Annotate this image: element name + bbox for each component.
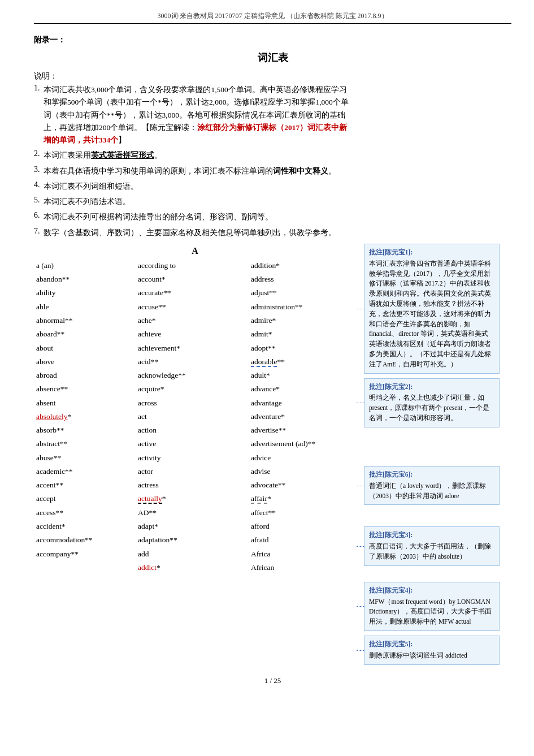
word-address: address xyxy=(249,273,350,286)
word-across: across xyxy=(136,397,249,409)
item1-text: 本词汇表共收3,000个单词，含义务段要求掌握的1,500个单词。高中英语必修课… xyxy=(44,84,350,146)
annotation-5: 批注[陈元宝5]: 删除原课标中该词派生词 addicted xyxy=(364,636,500,665)
ann3-text: 高度口语词，大大多于书面用法，（删除了原课标（2003）中的 absolute） xyxy=(369,542,494,562)
annotation-3: 批注[陈元宝3]: 高度口语词，大大多于书面用法，（删除了原课标（2003）中的… xyxy=(364,526,500,565)
word-actor: actor xyxy=(136,465,249,478)
word-achievement: achievement* xyxy=(136,342,249,355)
word-africa: Africa xyxy=(249,548,350,560)
highlight-text: 涂红部分为新修订课标（2017）词汇表中新增的单词，共计334个 xyxy=(44,123,347,144)
word-absolutely: absolutely* xyxy=(34,411,136,423)
word-accurate: accurate** xyxy=(136,287,249,299)
word-acknowledge: acknowledge** xyxy=(136,369,249,382)
word-absent: absent xyxy=(34,397,136,409)
word-abroad: abroad xyxy=(34,369,136,382)
word-adapt: adapt* xyxy=(136,520,249,533)
ann6-text: 普通词汇（a lovely word），删除原课标（2003）中的非常用动词 a… xyxy=(369,481,494,502)
appendix-label: 附录一： xyxy=(34,35,511,45)
word-ache: ache* xyxy=(136,314,249,327)
word-administration: administration** xyxy=(249,301,350,313)
word-aboard: aboard** xyxy=(34,328,136,340)
word-afraid: afraid xyxy=(249,534,350,546)
word-access: access** xyxy=(34,507,136,519)
header: 3000词·来自教材局 20170707 定稿指导意见 （山东省教科院 陈元宝 … xyxy=(34,11,511,24)
word-achieve: achieve xyxy=(136,328,249,340)
ann1-text: 本词汇表京津鲁四省市普通高中英语学科教学指导意见（2017），几乎全文采用新修订… xyxy=(369,259,494,370)
ann1-title: 批注[陈元宝1]: xyxy=(369,248,494,258)
word-actually: actually* xyxy=(136,493,249,505)
word-add: add xyxy=(136,548,249,560)
intro-item-6: 6. 本词汇表不列可根据构词法推导出的部分名词、形容词、副词等。 xyxy=(34,211,350,223)
word-abandon: abandon** xyxy=(34,273,136,286)
word-columns: a (an) according to addition* abandon** … xyxy=(34,260,356,574)
word-admire: admire* xyxy=(249,314,350,327)
word-advise: advise xyxy=(249,465,350,478)
item4-text: 本词汇表不列词组和短语。 xyxy=(44,180,138,193)
word-affect: affect** xyxy=(249,507,350,519)
word-act: act xyxy=(136,411,249,423)
item2-text: 本词汇表采用英式英语拼写形式。 xyxy=(44,149,162,162)
intro-item-5: 5. 本词汇表不列语法术语。 xyxy=(34,196,350,208)
word-ad: AD** xyxy=(136,507,249,519)
item5-num: 5. xyxy=(34,196,42,208)
intro-item-2: 2. 本词汇表采用英式英语拼写形式。 xyxy=(34,149,350,162)
page: 3000词·来自教材局 20170707 定稿指导意见 （山东省教科院 陈元宝 … xyxy=(0,0,534,756)
word-academic: academic** xyxy=(34,465,136,478)
item1-num: 1. xyxy=(34,84,42,146)
word-able: able xyxy=(34,301,136,313)
ann6-title: 批注[陈元宝6]: xyxy=(369,470,494,480)
word-according: according to xyxy=(136,260,249,272)
word-adjust: adjust** xyxy=(249,287,350,299)
word-adorable: adorable** xyxy=(249,356,350,368)
ann3-title: 批注[陈元宝3]: xyxy=(369,530,494,541)
word-abstract: abstract** xyxy=(34,438,136,450)
word-above: above xyxy=(34,356,136,368)
word-accommodation: accommodation** xyxy=(34,534,136,546)
word-accent: accent** xyxy=(34,479,136,491)
intro-item-7: 7. 数字（含基数词、序数词）、主要国家名称及相关信息等词单独列出，供教学参考。 xyxy=(34,227,350,239)
annotations-sidebar: 批注[陈元宝1]: 本词汇表京津鲁四省市普通高中英语学科教学指导意见（2017）… xyxy=(364,244,500,665)
word-abnormal: abnormal** xyxy=(34,314,136,327)
word-acid: acid** xyxy=(136,356,249,368)
intro-item-1: 1. 本词汇表共收3,000个单词，含义务段要求掌握的1,500个单词。高中英语… xyxy=(34,84,350,146)
word-adopt: adopt** xyxy=(249,342,350,355)
item3-text: 本着在具体语境中学习和使用单词的原则，本词汇表不标注单词的词性和中文释义。 xyxy=(44,165,336,178)
item6-num: 6. xyxy=(34,211,42,223)
item4-num: 4. xyxy=(34,180,42,193)
note-label: 说明： xyxy=(34,71,350,81)
item3-num: 3. xyxy=(34,165,42,178)
ann2-title: 批注[陈元宝2]: xyxy=(369,382,494,392)
ann4-title: 批注[陈元宝4]: xyxy=(369,586,494,596)
page-number: 1 / 25 xyxy=(34,676,511,685)
word-actress: actress xyxy=(136,479,249,491)
word-abuse: abuse** xyxy=(34,452,136,464)
letter-header: A xyxy=(34,246,356,256)
word-empty xyxy=(34,561,136,574)
word-account: account* xyxy=(136,273,249,286)
word-absence: absence** xyxy=(34,383,136,395)
word-afford: afford xyxy=(249,520,350,533)
wordlist-container: A a (an) according to addition* abandon*… xyxy=(34,244,511,665)
word-accident: accident* xyxy=(34,520,136,533)
word-advertise: advertise** xyxy=(249,424,350,437)
word-advance: advance* xyxy=(249,383,350,395)
british-spelling: 英式英语拼写形式 xyxy=(91,151,154,159)
ann2-text: 明珰之举，名义上也减少了词汇量，如 present，原课标中有两个 presen… xyxy=(369,393,494,423)
intro-item-4: 4. 本词汇表不列词组和短语。 xyxy=(34,180,350,193)
annotation-6: 批注[陈元宝6]: 普通词汇（a lovely word），删除原课标（2003… xyxy=(364,466,500,505)
word-ability: ability xyxy=(34,287,136,299)
word-advice: advice xyxy=(249,452,350,464)
section-title: 词汇表 xyxy=(34,51,511,64)
word-advertisement: advertisement (ad)** xyxy=(249,438,350,450)
intro-item-3: 3. 本着在具体语境中学习和使用单词的原则，本词汇表不标注单词的词性和中文释义。 xyxy=(34,165,350,178)
word-admit: admit* xyxy=(249,328,350,340)
word-advantage: advantage xyxy=(249,397,350,409)
word-absorb: absorb** xyxy=(34,424,136,437)
word-adaptation: adaptation** xyxy=(136,534,249,546)
wordlist-main: A a (an) according to addition* abandon*… xyxy=(34,244,356,665)
annotation-2: 批注[陈元宝2]: 明珰之举，名义上也减少了词汇量，如 present，原课标中… xyxy=(364,378,500,427)
word-about: about xyxy=(34,342,136,355)
annotation-4: 批注[陈元宝4]: MFW（most frequent word）by LONG… xyxy=(364,582,500,631)
word-african: African xyxy=(249,561,350,574)
word-affair: affair* xyxy=(249,493,350,505)
word-accompany: accompany** xyxy=(34,548,136,560)
